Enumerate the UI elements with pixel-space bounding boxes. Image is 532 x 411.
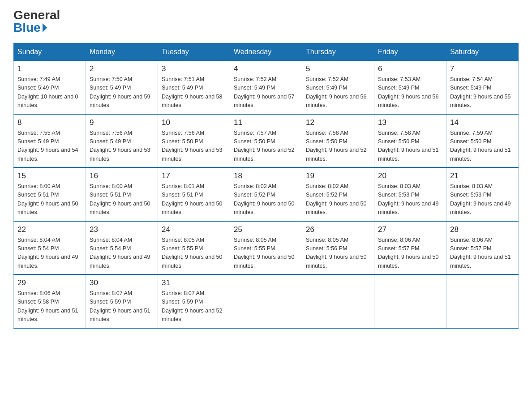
table-row: 15 Sunrise: 8:00 AMSunset: 5:51 PMDaylig… <box>14 167 86 221</box>
day-info: Sunrise: 7:54 AMSunset: 5:49 PMDaylight:… <box>450 75 515 110</box>
calendar-week-row: 1 Sunrise: 7:49 AMSunset: 5:49 PMDayligh… <box>14 61 519 114</box>
day-number: 8 <box>17 118 82 127</box>
day-number: 30 <box>90 278 154 287</box>
day-info: Sunrise: 7:56 AMSunset: 5:49 PMDaylight:… <box>90 129 154 164</box>
day-number: 25 <box>234 225 298 234</box>
day-info: Sunrise: 8:07 AMSunset: 5:59 PMDaylight:… <box>90 289 154 324</box>
logo-general-text: General <box>13 9 60 21</box>
day-number: 21 <box>450 171 515 180</box>
day-info: Sunrise: 8:04 AMSunset: 5:54 PMDaylight:… <box>90 236 154 271</box>
table-row: 2 Sunrise: 7:50 AMSunset: 5:49 PMDayligh… <box>86 61 158 114</box>
day-info: Sunrise: 8:03 AMSunset: 5:53 PMDaylight:… <box>450 182 515 217</box>
table-row: 31 Sunrise: 8:07 AMSunset: 5:59 PMDaylig… <box>158 274 230 328</box>
table-row: 28 Sunrise: 8:06 AMSunset: 5:57 PMDaylig… <box>446 221 519 275</box>
day-info: Sunrise: 8:05 AMSunset: 5:56 PMDaylight:… <box>306 236 370 271</box>
table-row <box>374 274 446 328</box>
logo-triangle-icon <box>43 23 47 32</box>
table-row: 3 Sunrise: 7:51 AMSunset: 5:49 PMDayligh… <box>158 61 230 114</box>
day-number: 14 <box>450 118 515 127</box>
table-row: 12 Sunrise: 7:58 AMSunset: 5:50 PMDaylig… <box>302 114 374 168</box>
table-row: 22 Sunrise: 8:04 AMSunset: 5:54 PMDaylig… <box>14 221 86 275</box>
table-row: 24 Sunrise: 8:05 AMSunset: 5:55 PMDaylig… <box>158 221 230 275</box>
logo-blue-text: Blue <box>13 21 47 34</box>
calendar-week-row: 15 Sunrise: 8:00 AMSunset: 5:51 PMDaylig… <box>14 167 519 221</box>
day-info: Sunrise: 7:56 AMSunset: 5:50 PMDaylight:… <box>162 129 226 164</box>
table-row: 18 Sunrise: 8:02 AMSunset: 5:52 PMDaylig… <box>230 167 302 221</box>
day-info: Sunrise: 7:55 AMSunset: 5:49 PMDaylight:… <box>17 129 82 164</box>
day-number: 17 <box>162 171 226 180</box>
day-info: Sunrise: 8:06 AMSunset: 5:57 PMDaylight:… <box>450 236 515 271</box>
day-info: Sunrise: 7:49 AMSunset: 5:49 PMDaylight:… <box>17 75 82 110</box>
col-tuesday: Tuesday <box>158 43 230 61</box>
calendar-header-row: Sunday Monday Tuesday Wednesday Thursday… <box>14 43 519 61</box>
day-number: 31 <box>162 278 226 287</box>
table-row: 17 Sunrise: 8:01 AMSunset: 5:51 PMDaylig… <box>158 167 230 221</box>
day-info: Sunrise: 8:02 AMSunset: 5:52 PMDaylight:… <box>306 182 370 217</box>
table-row: 20 Sunrise: 8:03 AMSunset: 5:53 PMDaylig… <box>374 167 446 221</box>
table-row: 16 Sunrise: 8:00 AMSunset: 5:51 PMDaylig… <box>86 167 158 221</box>
day-info: Sunrise: 8:07 AMSunset: 5:59 PMDaylight:… <box>162 289 226 324</box>
day-number: 20 <box>378 171 442 180</box>
table-row: 29 Sunrise: 8:06 AMSunset: 5:58 PMDaylig… <box>14 274 86 328</box>
day-info: Sunrise: 7:53 AMSunset: 5:49 PMDaylight:… <box>378 75 442 110</box>
table-row: 11 Sunrise: 7:57 AMSunset: 5:50 PMDaylig… <box>230 114 302 168</box>
col-friday: Friday <box>374 43 446 61</box>
day-number: 27 <box>378 225 442 234</box>
day-info: Sunrise: 7:50 AMSunset: 5:49 PMDaylight:… <box>90 75 154 110</box>
day-info: Sunrise: 8:03 AMSunset: 5:53 PMDaylight:… <box>378 182 442 217</box>
day-number: 12 <box>306 118 370 127</box>
table-row: 13 Sunrise: 7:58 AMSunset: 5:50 PMDaylig… <box>374 114 446 168</box>
table-row: 5 Sunrise: 7:52 AMSunset: 5:49 PMDayligh… <box>302 61 374 114</box>
table-row: 21 Sunrise: 8:03 AMSunset: 5:53 PMDaylig… <box>446 167 519 221</box>
day-number: 4 <box>234 64 298 73</box>
day-number: 6 <box>378 64 442 73</box>
day-info: Sunrise: 8:01 AMSunset: 5:51 PMDaylight:… <box>162 182 226 217</box>
day-info: Sunrise: 8:00 AMSunset: 5:51 PMDaylight:… <box>90 182 154 217</box>
day-info: Sunrise: 8:04 AMSunset: 5:54 PMDaylight:… <box>17 236 82 271</box>
day-number: 16 <box>90 171 154 180</box>
logo: General Blue <box>13 9 60 34</box>
day-number: 15 <box>17 171 82 180</box>
day-info: Sunrise: 7:57 AMSunset: 5:50 PMDaylight:… <box>234 129 298 164</box>
day-info: Sunrise: 7:52 AMSunset: 5:49 PMDaylight:… <box>234 75 298 110</box>
col-thursday: Thursday <box>302 43 374 61</box>
table-row: 23 Sunrise: 8:04 AMSunset: 5:54 PMDaylig… <box>86 221 158 275</box>
calendar-week-row: 29 Sunrise: 8:06 AMSunset: 5:58 PMDaylig… <box>14 274 519 328</box>
day-info: Sunrise: 8:06 AMSunset: 5:58 PMDaylight:… <box>17 289 82 324</box>
col-wednesday: Wednesday <box>230 43 302 61</box>
table-row: 4 Sunrise: 7:52 AMSunset: 5:49 PMDayligh… <box>230 61 302 114</box>
calendar-week-row: 22 Sunrise: 8:04 AMSunset: 5:54 PMDaylig… <box>14 221 519 275</box>
calendar-week-row: 8 Sunrise: 7:55 AMSunset: 5:49 PMDayligh… <box>14 114 519 168</box>
table-row <box>446 274 519 328</box>
day-info: Sunrise: 7:58 AMSunset: 5:50 PMDaylight:… <box>306 129 370 164</box>
day-number: 2 <box>90 64 154 73</box>
day-number: 18 <box>234 171 298 180</box>
day-number: 7 <box>450 64 515 73</box>
col-sunday: Sunday <box>14 43 86 61</box>
day-number: 13 <box>378 118 442 127</box>
day-info: Sunrise: 7:52 AMSunset: 5:49 PMDaylight:… <box>306 75 370 110</box>
page-header: General Blue <box>13 9 519 34</box>
table-row: 8 Sunrise: 7:55 AMSunset: 5:49 PMDayligh… <box>14 114 86 168</box>
day-info: Sunrise: 8:02 AMSunset: 5:52 PMDaylight:… <box>234 182 298 217</box>
day-number: 23 <box>90 225 154 234</box>
day-info: Sunrise: 7:59 AMSunset: 5:50 PMDaylight:… <box>450 129 515 164</box>
day-number: 29 <box>17 278 82 287</box>
table-row: 14 Sunrise: 7:59 AMSunset: 5:50 PMDaylig… <box>446 114 519 168</box>
day-info: Sunrise: 8:05 AMSunset: 5:55 PMDaylight:… <box>234 236 298 271</box>
table-row: 9 Sunrise: 7:56 AMSunset: 5:49 PMDayligh… <box>86 114 158 168</box>
day-info: Sunrise: 8:05 AMSunset: 5:55 PMDaylight:… <box>162 236 226 271</box>
table-row <box>302 274 374 328</box>
day-number: 1 <box>17 64 82 73</box>
day-number: 22 <box>17 225 82 234</box>
table-row: 27 Sunrise: 8:06 AMSunset: 5:57 PMDaylig… <box>374 221 446 275</box>
table-row: 25 Sunrise: 8:05 AMSunset: 5:55 PMDaylig… <box>230 221 302 275</box>
day-number: 10 <box>162 118 226 127</box>
day-number: 5 <box>306 64 370 73</box>
table-row: 19 Sunrise: 8:02 AMSunset: 5:52 PMDaylig… <box>302 167 374 221</box>
col-saturday: Saturday <box>446 43 519 61</box>
day-number: 24 <box>162 225 226 234</box>
day-info: Sunrise: 7:58 AMSunset: 5:50 PMDaylight:… <box>378 129 442 164</box>
table-row: 30 Sunrise: 8:07 AMSunset: 5:59 PMDaylig… <box>86 274 158 328</box>
col-monday: Monday <box>86 43 158 61</box>
